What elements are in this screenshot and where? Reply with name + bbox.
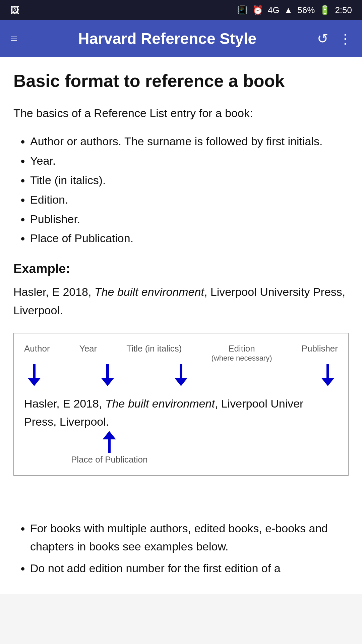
vibrate-icon: 📳 (237, 5, 248, 15)
section-title: Basic format to reference a book (13, 70, 349, 91)
list-item: Place of Publication. (30, 229, 349, 248)
svg-marker-9 (103, 431, 116, 439)
svg-marker-3 (101, 378, 114, 386)
menu-button[interactable]: ≡ (10, 31, 18, 47)
author-label: Author (24, 343, 50, 363)
app-bar: ≡ Harvard Reference Style ↺ ⋮ (0, 20, 362, 57)
author-arrow (24, 364, 44, 391)
list-item: Publisher. (30, 210, 349, 229)
bottom-bullet-list: For books with multiple authors, edited … (13, 519, 349, 577)
status-bar: 🖼 📳 ⏰ 4G ▲ 56% 🔋 2:50 (0, 0, 362, 20)
year-label: Year (79, 343, 97, 363)
example-label: Example: (13, 262, 349, 276)
time-label: 2:50 (335, 5, 352, 15)
place-publication-label: Place of Publication (71, 454, 147, 465)
bottom-notes: For books with multiple authors, edited … (0, 513, 362, 594)
example-citation: Hasler, E 2018, The built environment, L… (13, 283, 349, 319)
list-item: Author or authors. The surname is follow… (30, 132, 349, 151)
refresh-button[interactable]: ↺ (317, 31, 328, 47)
more-options-button[interactable]: ⋮ (339, 31, 352, 47)
requirements-list: Author or authors. The surname is follow… (30, 132, 349, 248)
title-arrow (171, 364, 191, 391)
battery-icon: 🔋 (319, 5, 330, 15)
svg-marker-1 (27, 378, 41, 386)
svg-marker-7 (321, 378, 335, 386)
diagram-labels-row: Author Year Title (in italics) Edition(w… (21, 343, 341, 363)
place-publication-arrow-container: Place of Publication (71, 429, 147, 465)
battery-label: 56% (297, 5, 315, 15)
signal-icon: ▲ (284, 5, 293, 15)
citation-italic: The built environment (95, 285, 204, 298)
alarm-icon: ⏰ (252, 5, 263, 15)
diagram-citation-text: Hasler, E 2018, The built environment, L… (21, 394, 341, 431)
citation-plain-1: Hasler, E 2018, (13, 285, 95, 298)
list-item: Do not add edition number for the first … (30, 559, 349, 577)
list-item: For books with multiple authors, edited … (30, 519, 349, 556)
list-item: Year. (30, 151, 349, 171)
diagram-arrows-down (21, 364, 341, 391)
app-title: Harvard Reference Style (28, 30, 307, 48)
year-arrow (98, 364, 118, 391)
publisher-arrow (318, 364, 338, 391)
title-label: Title (in italics) (126, 343, 182, 363)
edition-label: Edition(where necessary) (212, 343, 272, 363)
intro-text: The basics of a Reference List entry for… (13, 105, 349, 122)
citation-diagram: Author Year Title (in italics) Edition(w… (13, 333, 349, 476)
photo-icon: 🖼 (10, 5, 19, 16)
network-label: 4G (268, 5, 280, 15)
publisher-label: Publisher (302, 343, 338, 363)
list-item: Title (in italics). (30, 171, 349, 190)
main-content: Basic format to reference a book The bas… (0, 57, 362, 513)
list-item: Edition. (30, 190, 349, 210)
svg-marker-5 (174, 378, 188, 386)
